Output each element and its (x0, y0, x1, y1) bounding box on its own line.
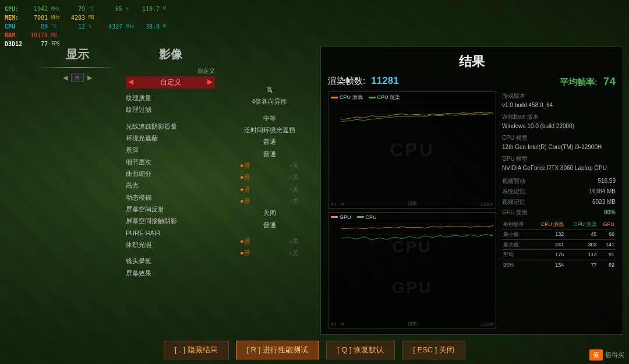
radio-off-4[interactable]: ○关 (288, 195, 299, 207)
radio-on-4[interactable]: ●开 (240, 195, 250, 207)
setting-dof: 景深 (126, 144, 215, 156)
perf-table: 每秒帧率 CPU 游戏 CPU 渲染 GPU 最小值 132 45 66 (502, 220, 616, 270)
legend-gpu-label: GPU (340, 214, 351, 220)
td-min-v1: 132 (532, 229, 565, 239)
legend-cpu-game: CPU 游戏 (331, 94, 363, 101)
legend-cpu-game-dot (331, 97, 338, 98)
hud-cpu-temp-unit: °C (51, 23, 63, 30)
val-rt-shadow: 中等 (221, 112, 318, 124)
spacer-v1 (221, 108, 318, 112)
restore-defaults-button[interactable]: [ Q ] 恢复默认 (326, 341, 395, 359)
windows-label: Windows 版本 (502, 112, 616, 122)
legend-cpu-render-label: CPU 渲染 (377, 94, 401, 101)
legend-gpu-dot (331, 216, 338, 218)
radio-on-5[interactable]: ●开 (240, 235, 250, 247)
hud-gpu-power: 110.7 (141, 5, 160, 13)
image-title: 影像 (126, 47, 215, 62)
radio-row-4: ●开 ○关 (221, 195, 318, 207)
hud-gpu-power-unit: W (163, 6, 175, 13)
chart1-box: CPU 游戏 CPU 渲染 CPU (328, 91, 496, 208)
gpu-limit-label: GPU 受限 (502, 208, 528, 217)
display-icon: ⊞ (71, 73, 84, 82)
display-panel: 显示 ◀ ⊞ ▶ (32, 47, 122, 335)
custom-label: 自定义 (126, 67, 215, 75)
chart2-svg (341, 223, 493, 246)
hud-mem-mb: MB (89, 15, 100, 22)
preset-right-arrow: ▶ (207, 77, 213, 86)
hud-mem-usage: 4203 (66, 13, 85, 22)
stats-row: 渲染帧数: 11281 平均帧率: 74 (328, 75, 616, 88)
run-benchmark-button[interactable]: [ R ] 进行性能测试 (236, 341, 319, 359)
sys-mem-label: 系统记忆 (502, 187, 525, 196)
legend-cpu-render: CPU 渲染 (369, 94, 401, 101)
chart2-x-label: 边框 (408, 320, 417, 327)
setting-lens-flare: 镜头晕斑 (126, 255, 215, 267)
val-texture-filter: 4倍各向异性 (221, 96, 318, 107)
radio-on-6[interactable]: ●开 (240, 247, 250, 259)
display-nav-left[interactable]: ◀ (63, 74, 68, 82)
display-nav-right[interactable]: ▶ (87, 74, 92, 82)
th-cpu-render: CPU 渲染 (565, 220, 598, 229)
gpu-model-value: NVIDIA GeForce RTX 3060 Laptop GPU (502, 164, 616, 173)
chart1-watermark: CPU (390, 139, 434, 161)
hud-overlay: GPU: 1942 MHz 79 °C 65 % 110.7 W MEM: 70… (5, 5, 175, 48)
game-version-value: v1.0 build 458.0_64 (502, 101, 616, 110)
video-driver-value: 516.59 (598, 176, 616, 186)
val-texture-quality: 高 (221, 84, 318, 96)
table-row-95: 95% 134 77 69 (502, 260, 616, 270)
display-nav: ◀ ⊞ ▶ (37, 73, 118, 82)
setting-ssr: 屏幕空间反射 (126, 203, 215, 215)
vid-mem-label: 视频记忆 (502, 197, 525, 207)
chart2-watermark-gpu: GPU (392, 278, 433, 297)
setting-rt-shadow: 光线追踪阴影质量 (126, 121, 215, 132)
render-frames-stat: 渲染帧数: 11281 (328, 75, 399, 88)
table-row-max: 最大值 241 303 141 (502, 239, 616, 249)
image-panel: 影像 自定义 ◀ 自定义 ▶ 纹理质量 纹理过滤 光线追踪阴影质量 环境光遮蔽 … (122, 47, 218, 335)
legend-cpu-render-dot (369, 97, 376, 98)
chart1-x-end: 11280 (480, 202, 493, 207)
hud-gpu-load-unit: % (126, 6, 137, 13)
th-gpu: GPU (598, 220, 616, 229)
setting-ao: 环境光遮蔽 (126, 132, 215, 144)
td-max-label: 最大值 (502, 239, 532, 249)
chart1-y-label: 40 (331, 202, 336, 207)
sys-mem-row: 系统记忆 16384 MB (502, 187, 616, 196)
td-max-v1: 241 (532, 239, 565, 249)
hud-gpu-clock-unit: MHz (51, 6, 63, 13)
cpu-model-label: CPU 模型 (502, 133, 616, 143)
val-lod: 普通 (221, 148, 318, 160)
hud-cpu-load-unit: % (89, 23, 100, 30)
radio-off-2[interactable]: ○关 (288, 171, 299, 183)
watermark-area: 值 值得买 (589, 349, 624, 361)
hud-cpu-temp: 89 (29, 22, 48, 31)
hud-fps-unit: FPS (51, 41, 63, 48)
sysinfo-column: 游戏版本 v1.0 build 458.0_64 Windows 版本 Wind… (502, 91, 616, 328)
td-min-v3: 66 (598, 229, 616, 239)
spacer1 (126, 116, 215, 121)
hud-gpu-load: 65 (104, 5, 122, 13)
hud-cpu-power: 39.0 (141, 22, 160, 31)
chart1-legend: CPU 游戏 CPU 渲染 (331, 94, 400, 101)
radio-on-2[interactable]: ●开 (240, 171, 250, 183)
video-driver-row: 视频驱动 516.59 (502, 176, 616, 186)
radio-off-3[interactable]: ○关 (288, 183, 299, 195)
radio-row-5: ●开 ○关 (221, 235, 318, 247)
legend-cpu2-dot (357, 216, 364, 218)
radio-off-1[interactable]: ○关 (288, 160, 299, 171)
hud-d3d-label: D3D12 (5, 40, 26, 48)
radio-off-5[interactable]: ○关 (288, 235, 299, 247)
preset-bar[interactable]: ◀ 自定义 ▶ (126, 76, 215, 89)
hud-gpu-label: GPU: (5, 5, 26, 13)
close-button[interactable]: [ ESC ] 关闭 (402, 341, 465, 359)
hud-ram-unit: MB (51, 32, 63, 39)
hud-cpu-label: CPU (5, 22, 26, 31)
chart1-x-start: 0 (341, 202, 344, 207)
radio-off-6[interactable]: ○关 (288, 247, 299, 259)
hide-results-button[interactable]: [ . ] 隐藏结果 (164, 341, 229, 359)
setting-tess: 曲面细分 (126, 168, 215, 179)
radio-on-1[interactable]: ●开 (240, 160, 250, 171)
radio-on-3[interactable]: ●开 (240, 183, 250, 195)
hud-mem-unit: MHz (51, 15, 63, 22)
gpu-limit-value: 80% (604, 208, 616, 217)
chart2-box: GPU CPU CPU GPU (328, 212, 496, 329)
